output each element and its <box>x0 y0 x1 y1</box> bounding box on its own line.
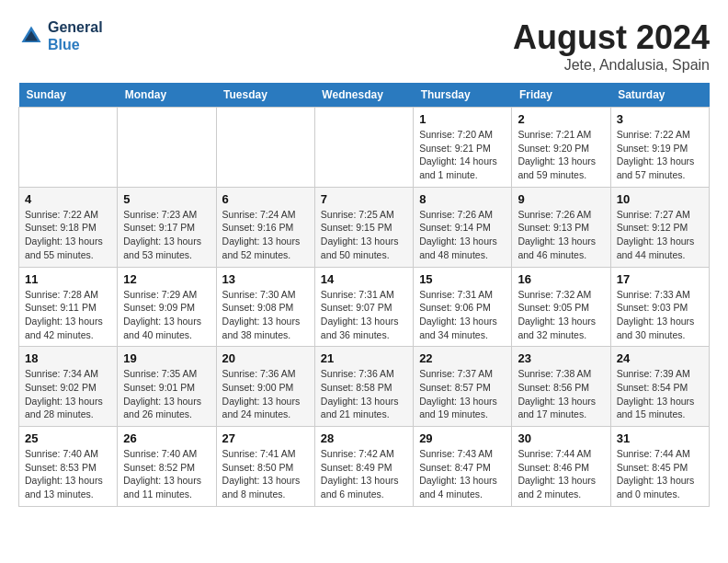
day-details: Sunrise: 7:42 AMSunset: 8:49 PMDaylight:… <box>321 447 407 501</box>
calendar-table: Sunday Monday Tuesday Wednesday Thursday… <box>18 83 710 507</box>
day-details: Sunrise: 7:33 AMSunset: 9:03 PMDaylight:… <box>617 288 703 342</box>
day-number: 22 <box>419 351 506 365</box>
calendar-cell <box>118 108 216 188</box>
calendar-cell: 23Sunrise: 7:38 AMSunset: 8:56 PMDayligh… <box>512 347 610 427</box>
calendar-subtitle: Jete, Andalusia, Spain <box>513 57 710 74</box>
calendar-cell: 17Sunrise: 7:33 AMSunset: 9:03 PMDayligh… <box>610 267 709 347</box>
calendar-cell: 15Sunrise: 7:31 AMSunset: 9:06 PMDayligh… <box>414 267 512 347</box>
day-details: Sunrise: 7:40 AMSunset: 8:53 PMDaylight:… <box>25 447 111 501</box>
day-details: Sunrise: 7:44 AMSunset: 8:45 PMDaylight:… <box>617 447 703 501</box>
day-details: Sunrise: 7:44 AMSunset: 8:46 PMDaylight:… <box>518 447 604 501</box>
header-row: Sunday Monday Tuesday Wednesday Thursday… <box>19 83 710 108</box>
day-number: 11 <box>25 272 111 286</box>
title-area: August 2024 Jete, Andalusia, Spain <box>513 18 710 74</box>
day-details: Sunrise: 7:24 AMSunset: 9:16 PMDaylight:… <box>222 208 309 262</box>
day-number: 27 <box>222 431 309 445</box>
day-number: 31 <box>617 431 703 445</box>
day-number: 3 <box>617 112 703 126</box>
calendar-cell: 6Sunrise: 7:24 AMSunset: 9:16 PMDaylight… <box>216 187 314 267</box>
week-row-5: 25Sunrise: 7:40 AMSunset: 8:53 PMDayligh… <box>19 427 710 507</box>
day-number: 7 <box>321 192 407 206</box>
day-number: 24 <box>617 351 703 365</box>
calendar-cell: 27Sunrise: 7:41 AMSunset: 8:50 PMDayligh… <box>216 427 314 507</box>
day-number: 6 <box>222 192 309 206</box>
calendar-cell: 22Sunrise: 7:37 AMSunset: 8:57 PMDayligh… <box>414 347 512 427</box>
page-header: General Blue August 2024 Jete, Andalusia… <box>18 18 710 74</box>
day-details: Sunrise: 7:37 AMSunset: 8:57 PMDaylight:… <box>419 367 506 421</box>
col-wednesday: Wednesday <box>314 83 413 108</box>
day-details: Sunrise: 7:34 AMSunset: 9:02 PMDaylight:… <box>25 367 111 421</box>
calendar-cell: 18Sunrise: 7:34 AMSunset: 9:02 PMDayligh… <box>19 347 118 427</box>
day-details: Sunrise: 7:21 AMSunset: 9:20 PMDaylight:… <box>518 128 604 182</box>
calendar-cell: 16Sunrise: 7:32 AMSunset: 9:05 PMDayligh… <box>512 267 610 347</box>
day-number: 4 <box>25 192 111 206</box>
day-details: Sunrise: 7:22 AMSunset: 9:18 PMDaylight:… <box>25 208 111 262</box>
day-number: 15 <box>419 272 506 286</box>
day-number: 26 <box>123 431 210 445</box>
day-number: 12 <box>123 272 210 286</box>
logo-text: General Blue <box>48 18 103 53</box>
calendar-cell: 25Sunrise: 7:40 AMSunset: 8:53 PMDayligh… <box>19 427 118 507</box>
calendar-cell: 26Sunrise: 7:40 AMSunset: 8:52 PMDayligh… <box>118 427 216 507</box>
calendar-cell: 13Sunrise: 7:30 AMSunset: 9:08 PMDayligh… <box>216 267 314 347</box>
week-row-1: 1Sunrise: 7:20 AMSunset: 9:21 PMDaylight… <box>19 108 710 188</box>
week-row-4: 18Sunrise: 7:34 AMSunset: 9:02 PMDayligh… <box>19 347 710 427</box>
calendar-cell <box>216 108 314 188</box>
day-details: Sunrise: 7:22 AMSunset: 9:19 PMDaylight:… <box>617 128 703 182</box>
calendar-cell: 4Sunrise: 7:22 AMSunset: 9:18 PMDaylight… <box>19 187 118 267</box>
day-number: 21 <box>321 351 407 365</box>
logo: General Blue <box>18 18 103 53</box>
calendar-cell <box>314 108 413 188</box>
calendar-cell: 20Sunrise: 7:36 AMSunset: 9:00 PMDayligh… <box>216 347 314 427</box>
day-number: 18 <box>25 351 111 365</box>
col-tuesday: Tuesday <box>216 83 314 108</box>
calendar-cell: 2Sunrise: 7:21 AMSunset: 9:20 PMDaylight… <box>512 108 610 188</box>
day-number: 14 <box>321 272 407 286</box>
day-number: 16 <box>518 272 604 286</box>
col-thursday: Thursday <box>414 83 512 108</box>
day-number: 29 <box>419 431 506 445</box>
day-details: Sunrise: 7:41 AMSunset: 8:50 PMDaylight:… <box>222 447 309 501</box>
day-number: 30 <box>518 431 604 445</box>
calendar-cell: 24Sunrise: 7:39 AMSunset: 8:54 PMDayligh… <box>610 347 709 427</box>
calendar-cell: 7Sunrise: 7:25 AMSunset: 9:15 PMDaylight… <box>314 187 413 267</box>
day-details: Sunrise: 7:32 AMSunset: 9:05 PMDaylight:… <box>518 288 604 342</box>
day-details: Sunrise: 7:39 AMSunset: 8:54 PMDaylight:… <box>617 367 703 421</box>
calendar-cell: 11Sunrise: 7:28 AMSunset: 9:11 PMDayligh… <box>19 267 118 347</box>
day-details: Sunrise: 7:29 AMSunset: 9:09 PMDaylight:… <box>123 288 210 342</box>
day-number: 5 <box>123 192 210 206</box>
col-saturday: Saturday <box>610 83 709 108</box>
calendar-cell: 21Sunrise: 7:36 AMSunset: 8:58 PMDayligh… <box>314 347 413 427</box>
calendar-cell: 12Sunrise: 7:29 AMSunset: 9:09 PMDayligh… <box>118 267 216 347</box>
calendar-title: August 2024 <box>513 18 710 57</box>
calendar-cell: 19Sunrise: 7:35 AMSunset: 9:01 PMDayligh… <box>118 347 216 427</box>
day-details: Sunrise: 7:28 AMSunset: 9:11 PMDaylight:… <box>25 288 111 342</box>
day-number: 23 <box>518 351 604 365</box>
day-details: Sunrise: 7:36 AMSunset: 9:00 PMDaylight:… <box>222 367 309 421</box>
calendar-cell: 31Sunrise: 7:44 AMSunset: 8:45 PMDayligh… <box>610 427 709 507</box>
day-number: 20 <box>222 351 309 365</box>
col-sunday: Sunday <box>19 83 118 108</box>
calendar-cell: 5Sunrise: 7:23 AMSunset: 9:17 PMDaylight… <box>118 187 216 267</box>
day-details: Sunrise: 7:31 AMSunset: 9:07 PMDaylight:… <box>321 288 407 342</box>
day-number: 25 <box>25 431 111 445</box>
day-number: 8 <box>419 192 506 206</box>
calendar-cell: 3Sunrise: 7:22 AMSunset: 9:19 PMDaylight… <box>610 108 709 188</box>
day-number: 10 <box>617 192 703 206</box>
day-details: Sunrise: 7:25 AMSunset: 9:15 PMDaylight:… <box>321 208 407 262</box>
calendar-cell: 14Sunrise: 7:31 AMSunset: 9:07 PMDayligh… <box>314 267 413 347</box>
calendar-cell: 10Sunrise: 7:27 AMSunset: 9:12 PMDayligh… <box>610 187 709 267</box>
calendar-cell: 8Sunrise: 7:26 AMSunset: 9:14 PMDaylight… <box>414 187 512 267</box>
col-monday: Monday <box>118 83 216 108</box>
day-details: Sunrise: 7:20 AMSunset: 9:21 PMDaylight:… <box>419 128 506 182</box>
day-details: Sunrise: 7:38 AMSunset: 8:56 PMDaylight:… <box>518 367 604 421</box>
day-number: 9 <box>518 192 604 206</box>
calendar-cell: 9Sunrise: 7:26 AMSunset: 9:13 PMDaylight… <box>512 187 610 267</box>
day-number: 2 <box>518 112 604 126</box>
day-details: Sunrise: 7:40 AMSunset: 8:52 PMDaylight:… <box>123 447 210 501</box>
calendar-cell: 28Sunrise: 7:42 AMSunset: 8:49 PMDayligh… <box>314 427 413 507</box>
calendar-cell: 1Sunrise: 7:20 AMSunset: 9:21 PMDaylight… <box>414 108 512 188</box>
day-details: Sunrise: 7:31 AMSunset: 9:06 PMDaylight:… <box>419 288 506 342</box>
day-details: Sunrise: 7:36 AMSunset: 8:58 PMDaylight:… <box>321 367 407 421</box>
day-details: Sunrise: 7:23 AMSunset: 9:17 PMDaylight:… <box>123 208 210 262</box>
